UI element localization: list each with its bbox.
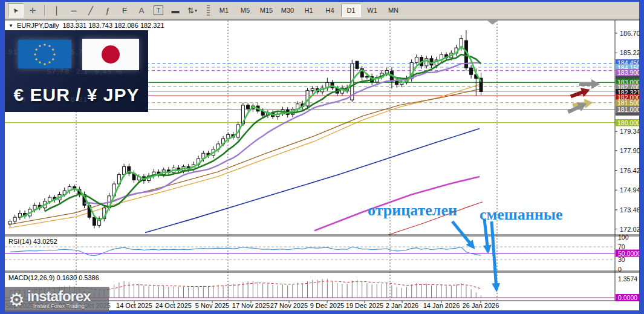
chevron-down-icon[interactable]: ▼ <box>8 23 13 28</box>
gear-icon: ⚙ <box>8 289 25 310</box>
rsi-scale-tick: 30 <box>618 256 625 263</box>
eu-star-icon: ★ <box>33 53 36 56</box>
partial-price-label <box>616 113 639 116</box>
timeframe-m15[interactable]: M15 <box>256 4 276 17</box>
candle-up <box>365 77 368 77</box>
chart-window[interactable]: RSI(14) 43.0252MACD(12,26,9) 0.1630 0.53… <box>5 19 639 310</box>
price-tick: 186.700 <box>620 30 639 37</box>
timeframe-d1[interactable]: D1 <box>341 4 361 17</box>
price-label-text: 181.000 <box>617 106 639 113</box>
candle-up <box>48 197 51 201</box>
eu-star-icon: ★ <box>38 44 41 48</box>
macd-label: MACD(12,26,9) 0.1630 0.5386 <box>8 274 99 281</box>
text-tool[interactable]: A <box>134 3 149 18</box>
trendline-tool[interactable]: ╱ <box>83 3 99 18</box>
symbol-label: EURJPY,Daily <box>17 22 59 29</box>
candle-up <box>13 217 16 221</box>
price-label-text: 180.000 <box>617 119 639 126</box>
candle-down <box>395 81 398 85</box>
date-label: 17 Nov 2025 <box>232 302 270 309</box>
fibo-grid-tool[interactable]: F <box>117 3 132 18</box>
date-label: 2 Jan 2026 <box>386 302 418 309</box>
date-label: 24 Oct 2025 <box>155 302 192 309</box>
rsi-scale-tick: 100 <box>618 234 629 241</box>
timeframe-h4[interactable]: H4 <box>320 4 340 17</box>
timeframe-mn[interactable]: MN <box>383 4 403 17</box>
eu-star-icon: ★ <box>48 44 51 48</box>
toolbar-separator <box>44 4 45 16</box>
timeframe-m1[interactable]: M1 <box>214 4 234 17</box>
eu-star-icon: ★ <box>34 57 37 61</box>
candle-down <box>93 217 96 225</box>
eu-star-icon: ★ <box>34 48 37 51</box>
watermark-tagline: Instant Forex Trading <box>33 303 85 309</box>
currency-pair-overlay: 91,45 39,31 25,78 57,78 2,1 9,45 % 39 31… <box>5 30 148 112</box>
candle-down <box>470 68 473 74</box>
horizontal-line-tool[interactable]: ─ <box>66 3 82 18</box>
candle-up <box>8 221 11 224</box>
date-label: 27 Nov 2025 <box>270 302 308 309</box>
timeframe-w1[interactable]: W1 <box>362 4 382 17</box>
date-label: 5 Nov 2025 <box>195 302 229 309</box>
date-label: 26 Jan 2026 <box>463 302 499 309</box>
label-tool[interactable]: T <box>151 3 166 18</box>
japan-flag <box>82 39 139 70</box>
price-tick: 185.220 <box>620 49 639 56</box>
vertical-line-tool[interactable]: │ <box>49 3 65 18</box>
watermark: ⚙ instaforex Instant Forex Trading <box>5 287 109 312</box>
rsi-scale-tick: 0 <box>618 266 622 273</box>
price-tick: 173.460 <box>620 206 639 214</box>
shapes-tool[interactable]: ▬ <box>168 3 183 18</box>
timeframe-m30[interactable]: M30 <box>278 4 298 17</box>
candle-down <box>247 105 250 109</box>
eu-star-icon: ★ <box>48 61 51 64</box>
eu-star-icon: ★ <box>51 57 54 61</box>
price-tick: 177.900 <box>620 147 639 154</box>
eu-star-icon: ★ <box>38 61 41 64</box>
annotation-mixed: смешанные <box>480 206 563 224</box>
annotation-negative: отрицателен <box>368 201 457 220</box>
macd-scale-max: 1.3574 <box>618 275 637 283</box>
price-label-text: 183.900 <box>617 69 639 76</box>
candle-up <box>425 59 428 66</box>
pair-text: € EUR / ¥ JPY <box>5 85 148 105</box>
candle-up <box>415 57 418 63</box>
crosshair-tool[interactable]: ✛ <box>25 3 41 18</box>
price-tick: 179.340 <box>620 128 639 135</box>
candle-up <box>33 205 36 209</box>
fibonacci-tool[interactable]: ƒ <box>100 3 115 18</box>
price-tick: 176.420 <box>620 167 639 174</box>
timeframe-m5[interactable]: M5 <box>235 4 255 17</box>
candle-down <box>356 61 359 68</box>
rsi-label: RSI(14) 43.0252 <box>8 238 57 245</box>
chart-title: ▼ EURJPY,Daily 183.331 183.743 182.086 1… <box>8 22 164 29</box>
candle-up <box>385 71 388 73</box>
eu-star-icon: ★ <box>43 62 46 66</box>
date-label: 14 Jan 2026 <box>423 302 460 309</box>
eu-star-icon: ★ <box>51 48 54 51</box>
cursor-tool[interactable]: ➤ <box>8 3 24 18</box>
toolbar-drag-handle[interactable] <box>207 5 210 16</box>
eu-star-icon: ★ <box>53 53 56 56</box>
watermark-brand: instaforex <box>27 290 91 303</box>
ohlc-values: 183.331 183.743 182.086 182.321 <box>62 22 164 29</box>
mt4-window: ➤✛│─╱ƒFAT▬⇅▾M1M5M15M30H1H4D1W1MN RSI(14)… <box>0 0 644 314</box>
timeframe-h1[interactable]: H1 <box>299 4 319 17</box>
date-label: 14 Oct 2025 <box>116 302 152 309</box>
arrows-tool[interactable]: ⇅▾ <box>184 3 200 18</box>
eu-flag: ★★★★★★★★★★★★ <box>18 40 71 68</box>
macd-zero-label: 0.0000 <box>618 294 637 301</box>
eu-star-icon: ★ <box>43 43 46 47</box>
toolbar: ➤✛│─╱ƒFAT▬⇅▾M1M5M15M30H1H4D1W1MN <box>5 2 639 19</box>
price-tick: 174.940 <box>620 186 639 194</box>
date-label: 19 Dec 2025 <box>346 302 383 309</box>
candle-up <box>311 88 314 90</box>
price-tick: 172.020 <box>620 226 639 233</box>
date-label: 9 Dec 2025 <box>310 302 344 309</box>
japan-sun-icon <box>102 45 120 64</box>
